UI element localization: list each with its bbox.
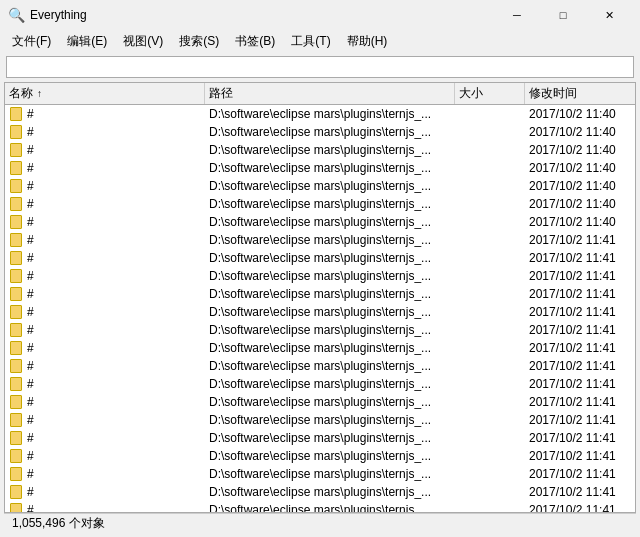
table-row[interactable]: # D:\software\eclipse mars\plugins\ternj…: [5, 303, 635, 321]
file-name: #: [27, 341, 34, 355]
table-row[interactable]: # D:\software\eclipse mars\plugins\ternj…: [5, 213, 635, 231]
column-name-header[interactable]: 名称 ↑: [5, 83, 205, 104]
file-icon: [9, 449, 23, 463]
cell-name: #: [5, 251, 205, 265]
file-icon: [9, 107, 23, 121]
column-path-header[interactable]: 路径: [205, 83, 455, 104]
menu-tools[interactable]: 工具(T): [283, 31, 338, 52]
table-body[interactable]: # D:\software\eclipse mars\plugins\ternj…: [5, 105, 635, 513]
app-window: 🔍 Everything ─ □ ✕ 文件(F) 编辑(E) 视图(V) 搜索(…: [0, 0, 640, 537]
file-name: #: [27, 107, 34, 121]
file-icon: [9, 179, 23, 193]
app-title: Everything: [30, 8, 494, 22]
maximize-button[interactable]: □: [540, 0, 586, 30]
table-row[interactable]: # D:\software\eclipse mars\plugins\ternj…: [5, 483, 635, 501]
sort-arrow-icon: ↑: [37, 88, 42, 99]
cell-date: 2017/10/2 11:40: [525, 197, 635, 211]
table-row[interactable]: # D:\software\eclipse mars\plugins\ternj…: [5, 195, 635, 213]
column-date-header[interactable]: 修改时间: [525, 83, 635, 104]
cell-path: D:\software\eclipse mars\plugins\ternjs_…: [205, 233, 455, 247]
file-icon: [9, 215, 23, 229]
table-row[interactable]: # D:\software\eclipse mars\plugins\ternj…: [5, 141, 635, 159]
table-row[interactable]: # D:\software\eclipse mars\plugins\ternj…: [5, 501, 635, 513]
file-name: #: [27, 197, 34, 211]
file-name: #: [27, 161, 34, 175]
table-row[interactable]: # D:\software\eclipse mars\plugins\ternj…: [5, 429, 635, 447]
file-icon: [9, 305, 23, 319]
cell-date: 2017/10/2 11:40: [525, 107, 635, 121]
file-icon: [9, 161, 23, 175]
cell-date: 2017/10/2 11:40: [525, 215, 635, 229]
table-row[interactable]: # D:\software\eclipse mars\plugins\ternj…: [5, 375, 635, 393]
file-icon: [9, 197, 23, 211]
file-icon: [9, 431, 23, 445]
cell-path: D:\software\eclipse mars\plugins\ternjs_…: [205, 485, 455, 499]
file-name: #: [27, 485, 34, 499]
file-name: #: [27, 305, 34, 319]
file-table: 名称 ↑ 路径 大小 修改时间 # D:\software\eclipse ma…: [4, 82, 636, 513]
cell-date: 2017/10/2 11:41: [525, 233, 635, 247]
menu-file[interactable]: 文件(F): [4, 31, 59, 52]
cell-name: #: [5, 359, 205, 373]
file-icon: [9, 341, 23, 355]
table-row[interactable]: # D:\software\eclipse mars\plugins\ternj…: [5, 177, 635, 195]
search-input[interactable]: [7, 57, 633, 77]
file-icon: [9, 233, 23, 247]
cell-path: D:\software\eclipse mars\plugins\ternjs_…: [205, 449, 455, 463]
cell-path: D:\software\eclipse mars\plugins\ternjs_…: [205, 269, 455, 283]
cell-date: 2017/10/2 11:41: [525, 413, 635, 427]
menu-help[interactable]: 帮助(H): [339, 31, 396, 52]
menu-edit[interactable]: 编辑(E): [59, 31, 115, 52]
cell-date: 2017/10/2 11:41: [525, 467, 635, 481]
cell-name: #: [5, 395, 205, 409]
file-name: #: [27, 449, 34, 463]
cell-path: D:\software\eclipse mars\plugins\ternjs_…: [205, 395, 455, 409]
cell-path: D:\software\eclipse mars\plugins\ternjs_…: [205, 107, 455, 121]
menu-view[interactable]: 视图(V): [115, 31, 171, 52]
cell-name: #: [5, 107, 205, 121]
table-row[interactable]: # D:\software\eclipse mars\plugins\ternj…: [5, 123, 635, 141]
table-header: 名称 ↑ 路径 大小 修改时间: [5, 83, 635, 105]
cell-name: #: [5, 305, 205, 319]
cell-name: #: [5, 269, 205, 283]
file-name: #: [27, 215, 34, 229]
cell-date: 2017/10/2 11:41: [525, 485, 635, 499]
table-row[interactable]: # D:\software\eclipse mars\plugins\ternj…: [5, 231, 635, 249]
file-name: #: [27, 233, 34, 247]
file-name: #: [27, 413, 34, 427]
cell-name: #: [5, 323, 205, 337]
table-row[interactable]: # D:\software\eclipse mars\plugins\ternj…: [5, 393, 635, 411]
table-row[interactable]: # D:\software\eclipse mars\plugins\ternj…: [5, 249, 635, 267]
table-row[interactable]: # D:\software\eclipse mars\plugins\ternj…: [5, 159, 635, 177]
cell-date: 2017/10/2 11:41: [525, 377, 635, 391]
file-name: #: [27, 179, 34, 193]
cell-path: D:\software\eclipse mars\plugins\ternjs_…: [205, 161, 455, 175]
title-bar: 🔍 Everything ─ □ ✕: [0, 0, 640, 30]
file-icon: [9, 377, 23, 391]
table-row[interactable]: # D:\software\eclipse mars\plugins\ternj…: [5, 105, 635, 123]
cell-name: #: [5, 467, 205, 481]
table-row[interactable]: # D:\software\eclipse mars\plugins\ternj…: [5, 285, 635, 303]
file-name: #: [27, 395, 34, 409]
table-row[interactable]: # D:\software\eclipse mars\plugins\ternj…: [5, 411, 635, 429]
cell-path: D:\software\eclipse mars\plugins\ternjs_…: [205, 323, 455, 337]
table-row[interactable]: # D:\software\eclipse mars\plugins\ternj…: [5, 447, 635, 465]
cell-name: #: [5, 485, 205, 499]
table-row[interactable]: # D:\software\eclipse mars\plugins\ternj…: [5, 465, 635, 483]
table-row[interactable]: # D:\software\eclipse mars\plugins\ternj…: [5, 357, 635, 375]
menu-search[interactable]: 搜索(S): [171, 31, 227, 52]
table-row[interactable]: # D:\software\eclipse mars\plugins\ternj…: [5, 267, 635, 285]
column-size-header[interactable]: 大小: [455, 83, 525, 104]
table-row[interactable]: # D:\software\eclipse mars\plugins\ternj…: [5, 321, 635, 339]
cell-date: 2017/10/2 11:40: [525, 125, 635, 139]
cell-name: #: [5, 233, 205, 247]
cell-path: D:\software\eclipse mars\plugins\ternjs_…: [205, 215, 455, 229]
file-icon: [9, 485, 23, 499]
file-icon: [9, 467, 23, 481]
cell-name: #: [5, 197, 205, 211]
table-row[interactable]: # D:\software\eclipse mars\plugins\ternj…: [5, 339, 635, 357]
menu-bookmarks[interactable]: 书签(B): [227, 31, 283, 52]
close-button[interactable]: ✕: [586, 0, 632, 30]
cell-date: 2017/10/2 11:41: [525, 431, 635, 445]
minimize-button[interactable]: ─: [494, 0, 540, 30]
